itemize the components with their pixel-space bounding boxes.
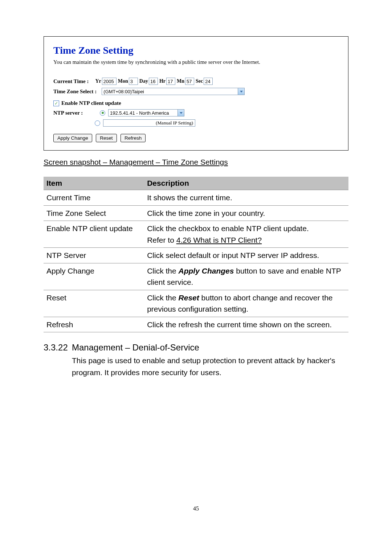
check-icon: ✓ xyxy=(54,101,58,106)
timezone-select[interactable]: (GMT+08:00)Taipei xyxy=(102,88,245,95)
mn-input[interactable] xyxy=(185,78,194,85)
button-row: Apply Change Reset Refresh xyxy=(53,134,339,142)
table-row: NTP Server Click select default or input… xyxy=(44,248,348,263)
enable-ntp-checkbox[interactable]: ✓ xyxy=(53,100,59,106)
ntp-manual-row xyxy=(53,119,339,127)
sec-input[interactable] xyxy=(204,78,213,85)
day-input[interactable] xyxy=(149,78,158,85)
enable-ntp-row: ✓ Enable NTP client update xyxy=(53,100,339,106)
day-label: Day xyxy=(139,78,148,84)
row-item: Current Time xyxy=(44,190,144,206)
hr-label: Hr xyxy=(159,78,166,84)
row-desc: Click the Apply Changes button to save a… xyxy=(144,263,348,290)
row-desc: Click select default or input NTP server… xyxy=(144,248,348,263)
timezone-label: Time Zone Select : xyxy=(53,89,97,95)
ntp-server-label: NTP server : xyxy=(53,110,95,116)
timezone-row: Time Zone Select : (GMT+08:00)Taipei xyxy=(53,88,339,95)
yr-label: Yr xyxy=(95,78,101,84)
ntp-server-select[interactable]: 192.5.41.41 - North America xyxy=(108,109,184,116)
description-table: Item Description Current Time It shows t… xyxy=(44,177,348,332)
header-item: Item xyxy=(44,177,144,190)
section-body: This page is used to enable and setup pr… xyxy=(72,355,348,378)
ntp-server-value: 192.5.41.41 - North America xyxy=(110,110,169,116)
table-row: Refresh Click the refresh the current ti… xyxy=(44,317,348,332)
ntp-client-link: 4.26 What is NTP Client? xyxy=(176,236,262,244)
mon-input[interactable] xyxy=(129,78,138,85)
mn-label: Mn xyxy=(177,78,184,84)
row-desc: Click the Reset button to abort change a… xyxy=(144,290,348,317)
row-item: NTP Server xyxy=(44,248,144,263)
enable-ntp-label: Enable NTP client update xyxy=(61,100,121,106)
table-row: Current Time It shows the current time. xyxy=(44,190,348,206)
table-row: Enable NTP client update Click the check… xyxy=(44,221,348,248)
ntp-radio-manual[interactable] xyxy=(95,120,100,126)
screenshot-caption: Screen snapshot – Management – Time Zone… xyxy=(44,158,348,167)
section-title: Management – Denial-of-Service xyxy=(72,342,199,353)
panel-subtitle: You can maintain the system time by sync… xyxy=(53,59,339,65)
section-number: 3.3.22 xyxy=(44,342,72,353)
table-row: Reset Click the Reset button to abort ch… xyxy=(44,290,348,317)
row-desc: It shows the current time. xyxy=(144,190,348,206)
table-row: Time Zone Select Click the time zone in … xyxy=(44,205,348,221)
timezone-value: (GMT+08:00)Taipei xyxy=(103,89,144,94)
current-time-row: Current Time : Yr Mon Day Hr Mn Sec xyxy=(53,78,339,85)
table-header-row: Item Description xyxy=(44,177,348,190)
row-item: Refresh xyxy=(44,317,144,332)
section-heading: 3.3.22 Management – Denial-of-Service xyxy=(44,342,348,353)
page-number: 45 xyxy=(44,505,348,512)
time-zone-setting-panel: Time Zone Setting You can maintain the s… xyxy=(44,36,348,151)
hr-input[interactable] xyxy=(166,78,175,85)
radio-dot-icon xyxy=(102,112,104,114)
row-desc: Click the checkbox to enable NTP client … xyxy=(144,221,348,248)
refresh-button[interactable]: Refresh xyxy=(121,134,146,142)
ntp-radio-preset[interactable] xyxy=(100,110,105,116)
yr-input[interactable] xyxy=(102,78,117,85)
reset-button[interactable]: Reset xyxy=(96,134,117,142)
row-item: Enable NTP client update xyxy=(44,221,144,248)
chevron-down-icon xyxy=(238,88,244,95)
ntp-server-row: NTP server : 192.5.41.41 - North America xyxy=(53,109,339,116)
panel-title: Time Zone Setting xyxy=(53,45,339,56)
chevron-down-icon xyxy=(177,110,184,116)
current-time-label: Current Time : xyxy=(53,78,89,85)
header-description: Description xyxy=(144,177,348,190)
sec-label: Sec xyxy=(196,78,203,84)
row-item: Time Zone Select xyxy=(44,205,144,221)
row-item: Apply Change xyxy=(44,263,144,290)
table-row: Apply Change Click the Apply Changes but… xyxy=(44,263,348,290)
manual-ip-input[interactable] xyxy=(103,119,195,127)
row-desc: Click the time zone in your country. xyxy=(144,205,348,221)
mon-label: Mon xyxy=(118,78,128,84)
apply-change-button[interactable]: Apply Change xyxy=(53,134,92,142)
row-item: Reset xyxy=(44,290,144,317)
row-desc: Click the refresh the current time shown… xyxy=(144,317,348,332)
